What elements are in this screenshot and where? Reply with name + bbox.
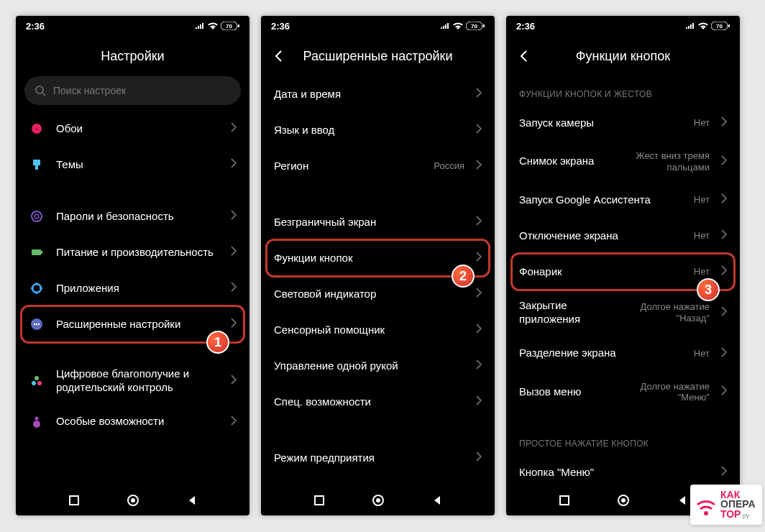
svg-point-22 — [32, 381, 36, 385]
apps-icon — [29, 280, 45, 296]
nav-recent[interactable] — [559, 495, 570, 506]
status-bar: 2:36 70 — [506, 16, 740, 36]
list-item[interactable]: Приложения — [16, 270, 249, 306]
list-item[interactable]: Разделение экранаНет — [506, 336, 740, 372]
wifi-icon — [208, 22, 218, 30]
svg-rect-11 — [41, 251, 42, 254]
page-title: Функции кнопок — [576, 49, 670, 64]
svg-line-4 — [42, 93, 45, 96]
list-item[interactable]: Вызов менюДолгое нажатие "Меню" — [506, 372, 740, 413]
nav-recent[interactable] — [313, 495, 325, 506]
item-label: Темы — [56, 158, 219, 172]
list-item[interactable]: Питание и производительность — [16, 234, 249, 270]
wellbeing-icon — [29, 373, 45, 389]
svg-rect-30 — [483, 24, 485, 27]
svg-point-14 — [35, 291, 38, 294]
svg-rect-36 — [728, 24, 730, 27]
item-value: Нет — [694, 230, 710, 242]
list-item[interactable]: Функции кнопок2 — [261, 240, 495, 276]
accessibility-icon — [29, 414, 45, 430]
section-header: ФУНКЦИИ КНОПОК И ЖЕСТОВ — [506, 76, 740, 105]
search-input[interactable]: Поиск настроек — [24, 76, 241, 105]
list-item[interactable]: Обои — [16, 111, 249, 147]
item-label: Кнопка "Меню" — [519, 466, 710, 480]
list-item[interactable]: Безграничный экран — [261, 204, 495, 240]
list-item[interactable]: Управление одной рукой — [261, 348, 495, 384]
status-icons: 70 — [685, 22, 730, 30]
item-label: Управление одной рукой — [274, 359, 464, 373]
chevron-right-icon — [231, 282, 237, 295]
list-item[interactable]: Язык и ввод — [261, 112, 495, 148]
svg-point-21 — [35, 376, 39, 380]
item-value: Нет — [694, 266, 710, 278]
security-icon — [29, 208, 45, 224]
nav-back[interactable] — [677, 495, 688, 506]
chevron-right-icon — [231, 210, 237, 223]
themes-icon — [29, 157, 45, 173]
svg-point-23 — [37, 381, 42, 385]
header: Настройки — [16, 36, 249, 76]
item-label: Обои — [56, 122, 219, 136]
svg-point-25 — [33, 421, 40, 428]
chevron-right-icon — [231, 416, 237, 428]
item-label: Разделение экрана — [519, 347, 682, 360]
chevron-right-icon — [721, 347, 727, 360]
item-label: Особые возможности — [56, 415, 219, 428]
svg-text:70: 70 — [471, 23, 477, 29]
item-label: Приложения — [56, 282, 219, 295]
list-item[interactable]: Дата и время — [261, 76, 495, 112]
list-item[interactable]: РегионРоссия — [261, 148, 495, 184]
item-label: Регион — [274, 160, 422, 173]
svg-point-19 — [36, 324, 37, 325]
nav-home[interactable] — [127, 494, 139, 507]
back-button[interactable] — [516, 48, 532, 64]
list-item[interactable]: Особые возможности — [16, 404, 249, 440]
chevron-right-icon — [476, 324, 482, 336]
list-item[interactable]: Запуск Google АссистентаНет — [506, 182, 740, 218]
signal-icon — [195, 22, 205, 29]
list-item[interactable]: Снимок экранаЖест вниз тремя пальцами — [506, 141, 740, 182]
list-item[interactable]: Сенсорный помощник — [261, 312, 495, 348]
item-label: Фонарик — [519, 265, 682, 279]
item-label: Язык и ввод — [274, 124, 464, 137]
phone-screen-3: 2:36 70 Функции кнопок ФУНКЦИИ КНОПОК И … — [506, 16, 740, 515]
chevron-right-icon — [721, 466, 727, 479]
list-item[interactable]: Спец. возможности — [261, 384, 495, 420]
chevron-right-icon — [721, 229, 727, 242]
phone-screen-1: 2:36 70 Настройки Поиск настроек ОбоиТем… — [16, 16, 249, 515]
section-header: ПРОСТОЕ НАЖАТИЕ КНОПОК — [506, 426, 740, 454]
nav-recent[interactable] — [68, 495, 80, 506]
battery-icon — [29, 244, 45, 260]
search-icon — [35, 85, 46, 96]
list-item[interactable]: Темы — [16, 147, 249, 183]
settings-list: ОбоиТемыПароли и безопасностьПитание и п… — [16, 111, 249, 485]
nav-back[interactable] — [431, 495, 443, 506]
nav-home[interactable] — [617, 494, 630, 507]
list-item[interactable]: Отключение экранаНет — [506, 218, 740, 254]
item-value: Долгое нажатие "Назад" — [623, 301, 710, 324]
list-item[interactable]: ФонарикНет3 — [506, 254, 740, 290]
item-label: Пароли и безопасность — [56, 210, 219, 224]
nav-home[interactable] — [372, 494, 385, 507]
chevron-right-icon — [231, 246, 237, 259]
chevron-right-icon — [476, 252, 482, 265]
chevron-right-icon — [721, 265, 727, 278]
chevron-right-icon — [231, 122, 237, 135]
back-button[interactable] — [271, 48, 287, 64]
nav-back[interactable] — [186, 495, 198, 506]
step-badge: 3 — [697, 278, 720, 301]
list-item[interactable]: Запуск камерыНет — [506, 105, 740, 141]
list-item[interactable]: Пароли и безопасность — [16, 198, 249, 234]
settings-list: ФУНКЦИИ КНОПОК И ЖЕСТОВЗапуск камерыНетС… — [506, 76, 740, 485]
svg-point-41 — [704, 511, 708, 515]
list-item[interactable]: Кнопка "Меню" — [506, 454, 740, 485]
list-item[interactable]: Расширенные настройки1 — [16, 306, 249, 342]
battery-icon: 70 — [711, 22, 730, 30]
step-badge: 2 — [452, 265, 475, 288]
list-item[interactable]: Цифровое благополучие и родительский кон… — [16, 358, 249, 404]
item-value: Нет — [694, 117, 710, 129]
item-label: Отключение экрана — [519, 229, 682, 243]
chevron-right-icon — [476, 160, 482, 173]
svg-point-28 — [131, 498, 135, 503]
list-item[interactable]: Режим предприятия — [261, 440, 495, 476]
